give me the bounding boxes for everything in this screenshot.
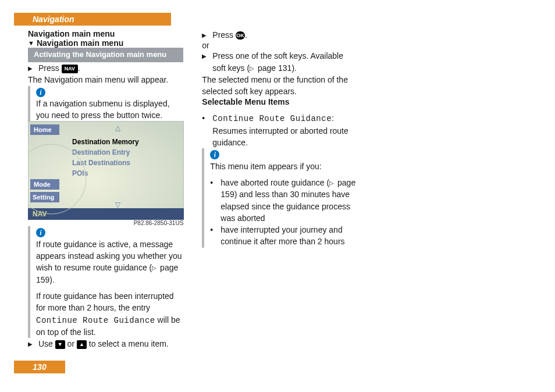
step-result: The selected menu or the function of the… [202,74,357,98]
menu-item-code: Continue Route Guidance [36,316,155,325]
page-xref-icon [250,63,255,73]
page-xref-icon [329,178,335,187]
svg-text:Destination Entry: Destination Entry [72,148,130,156]
section-heading: Navigation main menu [28,29,183,38]
arrow-down-key-icon: ▼ [55,340,65,349]
subsection-heading: ▼Navigation main menu [28,38,183,48]
step: Press NAV. [28,62,183,74]
list-item: • have aborted route guidance ( page 159… [210,177,357,224]
svg-rect-0 [28,121,184,220]
list-item: • Continue Route Guidance: Resumes inter… [202,112,357,148]
svg-text:Last Destinations: Last Destinations [72,159,130,167]
page-xref-icon [152,263,158,272]
arrow-up-key-icon: ▲ [77,340,87,349]
ok-hardkey-icon: OK [236,31,245,40]
list-item: • have interrupted your journey and cont… [210,224,357,248]
info-note: i This menu item appears if you: • have … [202,148,357,247]
info-icon: i [36,88,45,97]
menu-item-code: Continue Route Guidance [212,114,332,123]
info-icon: i [36,228,45,237]
figure-caption: P82.86-2850-31US [28,220,183,226]
svg-text:Setting: Setting [33,194,54,201]
procedure-title-box: Activating the Navigation main menu [28,48,183,62]
step-marker-icon [28,339,33,348]
step: Press one of the soft keys. Available so… [202,50,357,74]
info-note: i If a navigation submenu is displayed, … [28,86,183,122]
page-body: Navigation main menu ▼Navigation main me… [28,29,532,357]
step-marker-icon [28,63,33,73]
info-note: i If route guidance is active, a message… [28,226,183,338]
or-separator: or [202,41,357,50]
svg-text:Destination Memory: Destination Memory [72,138,139,146]
info-icon: i [210,150,219,159]
svg-text:Mode: Mode [34,181,51,188]
comand-screenshot: Home Mode Setting NAV △ ▽ Destination Me… [28,121,183,220]
step: Use ▼ or ▲ to select a menu item. [28,338,183,350]
step-marker-icon [202,30,207,40]
step-result: The Navigation main menu will appear. [28,74,183,85]
svg-text:▽: ▽ [115,201,121,209]
svg-text:NAV: NAV [33,210,47,218]
page-number: 130 [14,361,65,373]
chapter-tab: Navigation [14,13,171,26]
nav-hardkey-icon: NAV [62,65,78,73]
triangle-down-icon: ▼ [28,40,34,47]
subheading: Selectable Menu Items [202,97,357,106]
step-marker-icon [202,51,207,60]
svg-text:△: △ [115,124,121,132]
svg-text:Home: Home [34,126,52,133]
step: Press OK. [202,29,357,41]
